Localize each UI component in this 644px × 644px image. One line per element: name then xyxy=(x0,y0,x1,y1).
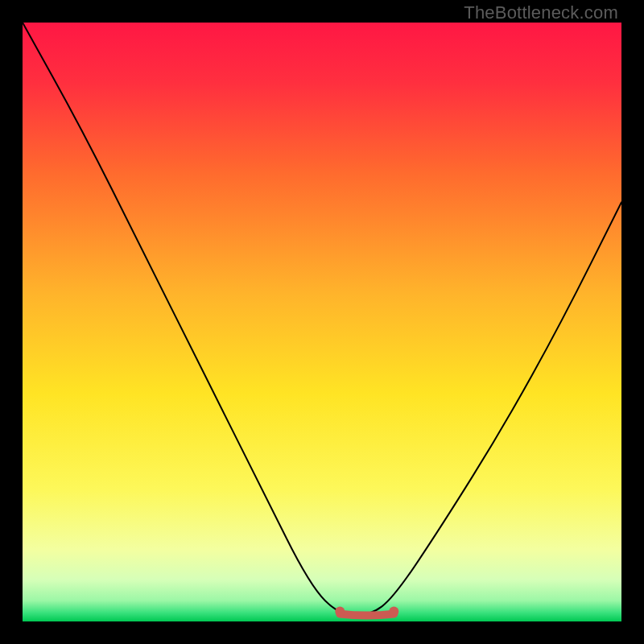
svg-point-2 xyxy=(389,607,398,617)
bottleneck-curve xyxy=(23,23,621,616)
watermark-label: TheBottleneck.com xyxy=(464,2,618,23)
curve-layer xyxy=(23,23,621,621)
svg-point-1 xyxy=(335,607,345,617)
sweet-spot-marker xyxy=(335,607,398,617)
plot-area xyxy=(23,23,621,621)
chart-frame: TheBottleneck.com xyxy=(0,0,644,644)
